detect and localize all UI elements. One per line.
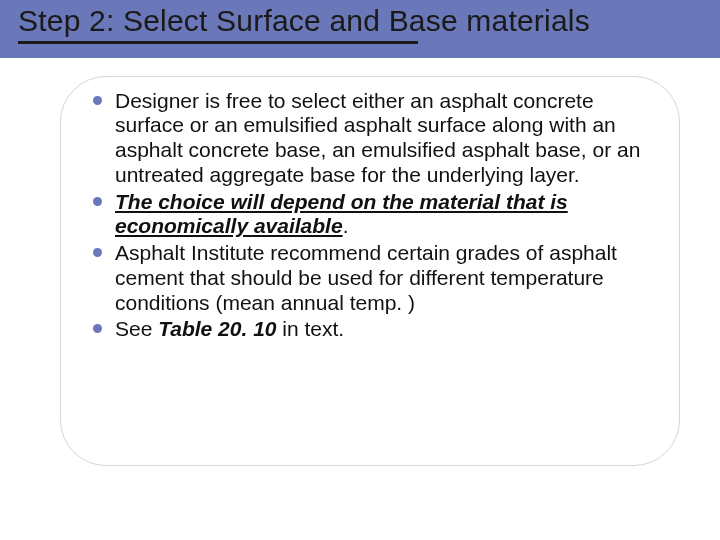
slide-body: Designer is free to select either an asp… [0, 58, 720, 541]
list-item: Designer is free to select either an asp… [89, 89, 651, 188]
list-item-trail: in text. [277, 317, 345, 340]
slide-title: Step 2: Select Surface and Base material… [18, 4, 702, 39]
bullet-icon [93, 248, 102, 257]
list-item: See Table 20. 10 in text. [89, 317, 651, 342]
bullet-icon [93, 197, 102, 206]
content-card: Designer is free to select either an asp… [60, 76, 680, 466]
header-spacer [0, 44, 720, 58]
bullet-icon [93, 324, 102, 333]
slide: Step 2: Select Surface and Base material… [0, 0, 720, 540]
list-item: Asphalt Institute recommend certain grad… [89, 241, 651, 315]
list-item-text: Designer is free to select either an asp… [115, 89, 640, 186]
slide-header: Step 2: Select Surface and Base material… [0, 0, 720, 58]
list-item-text: Asphalt Institute recommend certain grad… [115, 241, 617, 314]
list-item-lead: See [115, 317, 158, 340]
list-item: The choice will depend on the material t… [89, 190, 651, 240]
list-item-ref: Table 20. 10 [158, 317, 276, 340]
bullet-icon [93, 96, 102, 105]
list-item-text: The choice will depend on the material t… [115, 190, 568, 238]
list-item-trail: . [343, 214, 349, 237]
bullet-list: Designer is free to select either an asp… [89, 89, 651, 343]
